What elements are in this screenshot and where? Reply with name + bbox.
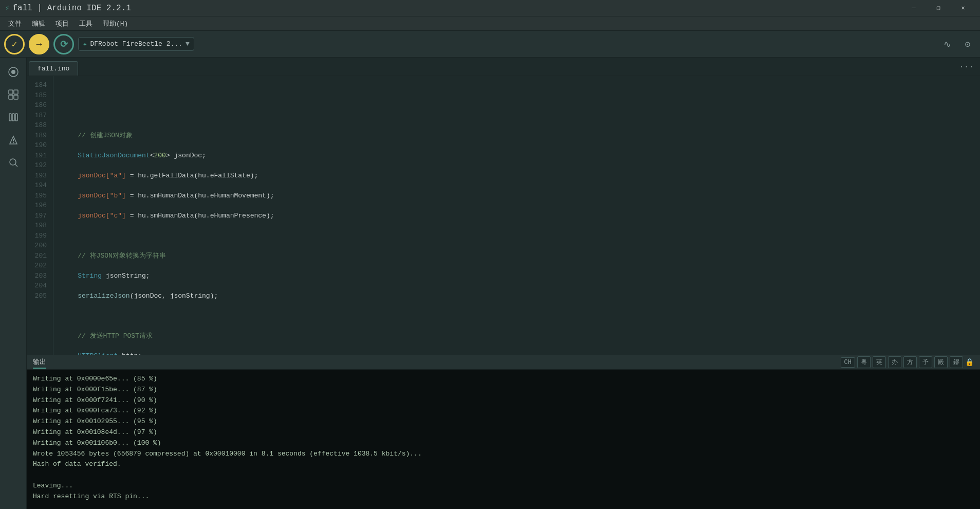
menu-help[interactable]: 帮助(H): [99, 18, 132, 29]
svg-point-11: [10, 159, 16, 165]
output-line: Writing at 0x001106b0... (100 %): [33, 438, 974, 449]
menu-tools[interactable]: 工具: [75, 18, 97, 29]
output-content[interactable]: Writing at 0x0000e65e... (85 %) Writing …: [27, 370, 980, 509]
ime-ch-button[interactable]: CH: [841, 357, 855, 368]
ime-yu-button[interactable]: 予: [919, 356, 932, 368]
sidebar-item-board-manager[interactable]: [3, 84, 24, 105]
output-line: Hard resetting via RTS pin...: [33, 492, 974, 502]
output-line: Writing at 0x00102955... (95 %): [33, 416, 974, 427]
ime-cantonese-button[interactable]: 粤: [857, 356, 871, 368]
close-button[interactable]: ✕: [951, 0, 975, 16]
board-icon: ✦: [83, 40, 87, 48]
debug-button[interactable]: ⟳: [53, 34, 74, 54]
menubar: 文件 编辑 项目 工具 帮助(H): [0, 16, 980, 31]
output-line: Leaving...: [33, 481, 974, 492]
titlebar-controls: — ❐ ✕: [902, 0, 975, 16]
ime-fang-button[interactable]: 方: [903, 356, 917, 368]
serial-monitor-button[interactable]: ⊙: [959, 36, 976, 52]
sidebar-item-sketchbook[interactable]: [3, 62, 24, 82]
line-numbers: 184 185 186 187 188 189 190 191 192 193 …: [27, 76, 53, 355]
svg-point-10: [13, 142, 14, 143]
menu-file[interactable]: 文件: [4, 18, 26, 29]
file-tab[interactable]: fall.ino: [29, 61, 78, 76]
svg-rect-6: [9, 114, 11, 121]
output-header-left: 输出: [33, 356, 46, 369]
output-line: Writing at 0x000fca73... (92 %): [33, 406, 974, 416]
output-header-right: CH 粤 英 办 方 予 殿 鏐 🔒: [841, 356, 974, 368]
tab-filename: fall.ino: [38, 65, 69, 72]
svg-line-12: [15, 165, 17, 167]
output-line: Writing at 0x000f15be... (87 %): [33, 385, 974, 395]
svg-rect-3: [14, 90, 18, 94]
output-header: 输出 CH 粤 英 办 方 予 殿 鏐 🔒: [27, 355, 980, 370]
svg-rect-2: [9, 90, 13, 94]
output-line: Writing at 0x000f7241... (90 %): [33, 395, 974, 406]
output-line: Wrote 1053456 bytes (656879 compressed) …: [33, 449, 974, 460]
svg-rect-4: [9, 95, 13, 99]
ime-extra-button[interactable]: 鏐: [950, 356, 963, 368]
svg-rect-7: [12, 114, 14, 121]
output-line: Writing at 0x00108e4d... (97 %): [33, 427, 974, 438]
titlebar-left: ⚡ fall | Arduino IDE 2.2.1: [5, 4, 131, 13]
chevron-down-icon: ▼: [186, 40, 190, 48]
svg-point-1: [11, 70, 15, 74]
titlebar-title: fall | Arduino IDE 2.2.1: [12, 4, 131, 13]
maximize-button[interactable]: ❐: [927, 0, 950, 16]
sidebar: [0, 58, 27, 509]
ime-office-button[interactable]: 办: [888, 356, 901, 368]
verify-button[interactable]: ✓: [4, 34, 25, 54]
minimize-button[interactable]: —: [902, 0, 926, 16]
sidebar-item-library-manager[interactable]: [3, 107, 24, 128]
serial-plotter-button[interactable]: ∿: [939, 36, 955, 52]
tab-bar: fall.ino ···: [27, 58, 980, 76]
titlebar: ⚡ fall | Arduino IDE 2.2.1 — ❐ ✕: [0, 0, 980, 16]
board-selector[interactable]: ✦ DFRobot FireBeetle 2... ▼: [78, 37, 194, 51]
app-icon: ⚡: [5, 4, 9, 12]
toolbar: ✓ → ⟳ ✦ DFRobot FireBeetle 2... ▼ ∿ ⊙: [0, 31, 980, 58]
ime-eng-button[interactable]: 英: [873, 356, 886, 368]
svg-rect-8: [15, 114, 17, 121]
sidebar-item-debug[interactable]: [3, 130, 24, 150]
sidebar-item-search[interactable]: [3, 152, 24, 173]
board-name: DFRobot FireBeetle 2...: [90, 40, 182, 48]
upload-button[interactable]: →: [29, 34, 49, 54]
output-panel: 输出 CH 粤 英 办 方 予 殿 鏐 🔒 Writing at 0x0000e…: [27, 355, 980, 509]
menu-project[interactable]: 项目: [51, 18, 73, 29]
code-content[interactable]: // 创建JSON对象 StaticJsonDocument<200> json…: [53, 76, 980, 355]
code-editor[interactable]: 184 185 186 187 188 189 190 191 192 193 …: [27, 76, 980, 355]
output-tab[interactable]: 输出: [33, 356, 46, 369]
editor-area: fall.ino ··· 184 185 186 187 188 189 190…: [27, 58, 980, 509]
output-line: [33, 470, 974, 481]
tab-more-button[interactable]: ···: [955, 60, 978, 74]
toolbar-right: ∿ ⊙: [939, 36, 976, 52]
menu-edit[interactable]: 编辑: [28, 18, 49, 29]
lock-icon[interactable]: 🔒: [965, 358, 974, 367]
main-layout: fall.ino ··· 184 185 186 187 188 189 190…: [0, 58, 980, 509]
output-line: Writing at 0x0000e65e... (85 %): [33, 374, 974, 385]
svg-rect-5: [14, 95, 18, 99]
ime-dian-button[interactable]: 殿: [934, 356, 948, 368]
output-line: Hash of data verified.: [33, 459, 974, 470]
